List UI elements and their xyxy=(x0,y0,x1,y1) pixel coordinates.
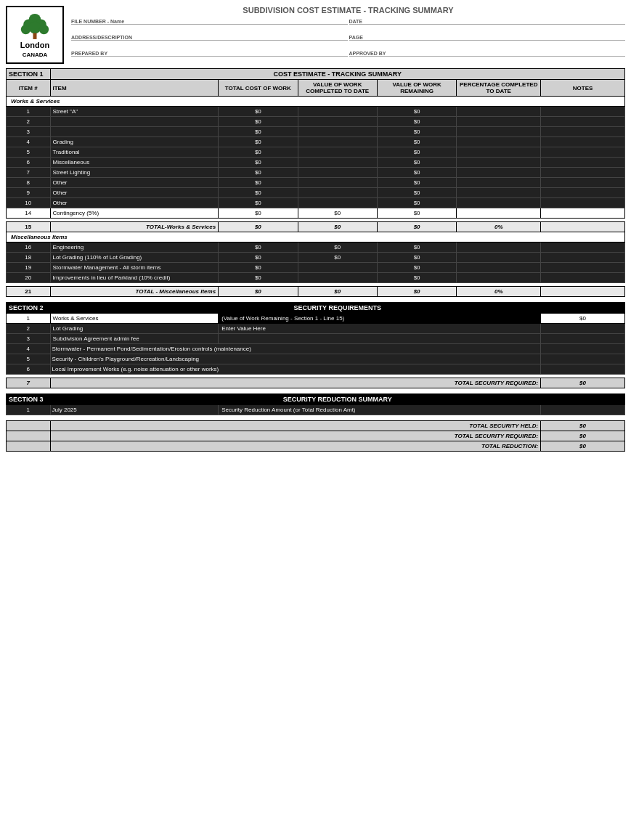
item-total-3: $0 xyxy=(219,127,298,137)
item-remaining-5: $0 xyxy=(377,147,456,158)
item-completed-7 xyxy=(298,168,377,178)
works-group-row: Works & Services xyxy=(7,97,625,107)
misc-pct-19 xyxy=(457,263,541,273)
misc-total-19: $0 xyxy=(219,263,298,273)
works-total-pct: 0% xyxy=(457,222,541,232)
sec2-misc-value-2 xyxy=(541,354,625,364)
sec3-content-row: 1 July 2025 Security Reduction Amount (o… xyxy=(7,405,625,415)
approved-by-value[interactable] xyxy=(349,57,626,65)
sec2-misc-1: 4 Stormwater - Permanent Pond/Sedimentat… xyxy=(7,344,625,354)
works-total-total: $0 xyxy=(219,222,298,232)
works-total-notes xyxy=(541,222,625,232)
item-name-2 xyxy=(50,117,219,127)
date-field: DATE xyxy=(349,19,626,33)
misc-notes-19 xyxy=(541,263,625,273)
misc-remaining-20: $0 xyxy=(377,273,456,283)
misc-notes-20 xyxy=(541,273,625,283)
header-fields: FILE NUMBER - Name DATE ADDRESS/DESCRIPT… xyxy=(71,19,625,65)
misc-group-row: Miscellaneous Items xyxy=(7,232,625,242)
prepared-by-value[interactable] xyxy=(71,57,348,65)
works-total-label: TOTAL-Works & Services xyxy=(50,222,219,232)
misc-completed-19 xyxy=(298,263,377,273)
section3-title: SECURITY REDUCTION SUMMARY xyxy=(50,394,625,405)
item-total-2: $0 xyxy=(219,117,298,127)
misc-total-total: $0 xyxy=(219,287,298,297)
item-pct-9 xyxy=(457,188,541,198)
section2-header-row: SECTION 2 SECURITY REQUIREMENTS xyxy=(7,303,625,314)
page-value[interactable] xyxy=(349,41,626,49)
sec3-total-required-value: $0 xyxy=(541,431,625,441)
works-item-8: 8 Other $0 $0 xyxy=(7,178,625,188)
item-pct-6 xyxy=(457,158,541,168)
col-item: ITEM xyxy=(50,80,219,97)
item-remaining-9: $0 xyxy=(377,188,456,198)
item-name-4: Grading xyxy=(50,137,219,147)
misc-item-19: 19 Stormwater Management - All storm ite… xyxy=(7,263,625,273)
sec2-misc-label-1: Stormwater - Permanent Pond/Sedimentatio… xyxy=(50,344,541,354)
item-remaining-3: $0 xyxy=(377,127,456,137)
file-number-value[interactable] xyxy=(71,25,348,33)
item-completed-9 xyxy=(298,188,377,198)
works-item-6: 6 Miscellaneous $0 $0 xyxy=(7,158,625,168)
misc-total-label: TOTAL - Miscellaneous Items xyxy=(50,287,219,297)
logo: London CANADA xyxy=(6,6,64,64)
main-table: SECTION 1 COST ESTIMATE - TRACKING SUMMA… xyxy=(6,68,625,452)
header-title: SUBDIVISION COST ESTIMATE - TRACKING SUM… xyxy=(71,6,625,15)
item-pct-10 xyxy=(457,198,541,208)
item-completed-4 xyxy=(298,137,377,147)
address-value[interactable] xyxy=(71,41,348,49)
col-item-num: ITEM # xyxy=(7,80,51,97)
misc-total-18: $0 xyxy=(219,253,298,263)
section1-title: COST ESTIMATE - TRACKING SUMMARY xyxy=(50,69,625,80)
item-notes-9 xyxy=(541,188,625,198)
page-label: PAGE xyxy=(349,35,626,41)
file-number-label: FILE NUMBER - Name xyxy=(71,19,348,25)
header-info: SUBDIVISION COST ESTIMATE - TRACKING SUM… xyxy=(64,6,625,65)
misc-num-16: 16 xyxy=(7,242,51,253)
item-notes-3 xyxy=(541,127,625,137)
item-notes-2 xyxy=(541,117,625,127)
item-completed-8 xyxy=(298,178,377,188)
misc-total-20: $0 xyxy=(219,273,298,283)
section2-title: SECURITY REQUIREMENTS xyxy=(50,303,625,314)
item-completed-10 xyxy=(298,198,377,208)
col-value-remaining: VALUE OF WORK REMAINING xyxy=(377,80,456,97)
date-value[interactable] xyxy=(349,25,626,33)
item-name-1: Street "A" xyxy=(50,107,219,117)
item-num-8: 8 xyxy=(7,178,51,188)
sec3-total-required-label: TOTAL SECURITY REQUIRED: xyxy=(50,431,541,441)
item-pct-8 xyxy=(457,178,541,188)
item-total-10: $0 xyxy=(219,198,298,208)
works-total-completed: $0 xyxy=(298,222,377,232)
misc-remaining-18: $0 xyxy=(377,253,456,263)
sec3-total-reduction-value: $0 xyxy=(541,441,625,452)
approved-by-field: APPROVED BY xyxy=(349,51,626,65)
item-num-7: 7 xyxy=(7,168,51,178)
misc-name-16: Engineering xyxy=(50,242,219,253)
col-total-cost: TOTAL COST OF WORK xyxy=(219,80,298,97)
misc-name-19: Stormwater Management - All storm items xyxy=(50,263,219,273)
item-name-10: Other xyxy=(50,198,219,208)
item-remaining-2: $0 xyxy=(377,117,456,127)
sec3-total-held-row: TOTAL SECURITY HELD: $0 xyxy=(7,421,625,431)
misc-name-18: Lot Grading (110% of Lot Grading) xyxy=(50,253,219,263)
col-pct-completed: PERCENTAGE COMPLETED TO DATE xyxy=(457,80,541,97)
item-remaining-7: $0 xyxy=(377,168,456,178)
sec2-total-num: 7 xyxy=(7,378,51,388)
item-notes-1 xyxy=(541,107,625,117)
misc-total-remaining: $0 xyxy=(377,287,456,297)
section2-label: SECTION 2 xyxy=(7,303,51,314)
item-name-8: Other xyxy=(50,178,219,188)
works-item-2: 2 $0 $0 xyxy=(7,117,625,127)
item-num-5: 5 xyxy=(7,147,51,158)
svg-point-4 xyxy=(29,21,41,33)
works-item-10: 10 Other $0 $0 xyxy=(7,198,625,208)
contingency-total: $0 xyxy=(219,208,298,219)
sec3-value xyxy=(541,405,625,415)
item-name-6: Miscellaneous xyxy=(50,158,219,168)
item-name-5: Traditional xyxy=(50,147,219,158)
sec3-total-held-label: TOTAL SECURITY HELD: xyxy=(50,421,541,431)
misc-remaining-16: $0 xyxy=(377,242,456,253)
item-total-4: $0 xyxy=(219,137,298,147)
address-label: ADDRESS/DESCRIPTION xyxy=(71,35,348,41)
